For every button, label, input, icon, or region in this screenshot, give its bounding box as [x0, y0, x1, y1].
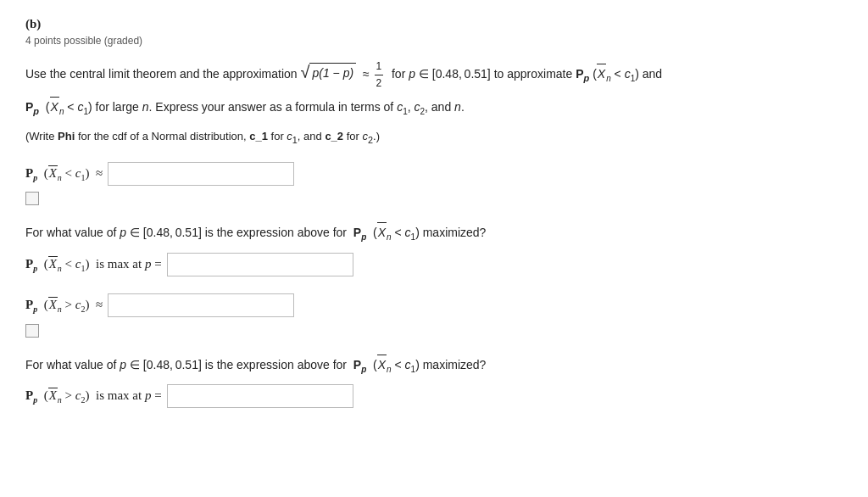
hint-text: (Write Phi for the cdf of a Normal distr… — [25, 128, 843, 147]
for-p-range: for p ∈ [0.48, 0.51] to approximate — [392, 67, 576, 81]
expression2-checkbox-row — [25, 322, 843, 338]
expression2-checkbox[interactable] — [25, 324, 39, 338]
expression2-row: Pp (Xn > c2) ≈ — [25, 293, 843, 317]
P-bracket-2: (Xn < c1) — [42, 100, 92, 114]
P-expr-2: P — [25, 100, 33, 114]
max1-label: Pp (Xn < c1) is max at p = — [25, 256, 162, 273]
section-label: (b) — [25, 17, 843, 31]
problem-text-line2: Pp (Xn < c1) for large n. Express your a… — [25, 97, 843, 119]
expression1-label: Pp (Xn < c1) ≈ — [25, 165, 103, 182]
max1-row: Pp (Xn < c1) is max at p = — [25, 253, 843, 276]
max1-input[interactable] — [167, 253, 353, 276]
for-what-value-2-block: For what value of p ∈ [0.48, 0.51] is th… — [25, 355, 843, 409]
approx-half: ≈ 12 — [359, 67, 388, 81]
expression1-checkbox-row — [25, 191, 843, 206]
expression2-input[interactable] — [108, 293, 294, 317]
for-large-n: for large n. Express your answer as a fo… — [96, 100, 465, 114]
for-what-1-text: For what value of p ∈ [0.48, 0.51] is th… — [25, 222, 843, 244]
points-label: 4 points possible (graded) — [25, 35, 843, 47]
P-bracket-1: (Xn < c1) — [593, 67, 639, 81]
expression1-checkbox[interactable] — [25, 192, 39, 205]
expression1-input[interactable] — [108, 162, 294, 186]
max2-label: Pp (Xn > c2) is max at p = — [25, 388, 162, 405]
sqrt-approximation: √p(1 − p) — [301, 63, 357, 82]
max2-input[interactable] — [167, 384, 353, 408]
P-expr-1: P — [576, 67, 583, 81]
expression2-block: Pp (Xn > c2) ≈ — [25, 293, 843, 338]
problem-text: Use the central limit theorem and the ap… — [25, 59, 843, 92]
max2-row: Pp (Xn > c2) is max at p = — [25, 384, 843, 408]
expression2-label: Pp (Xn > c2) ≈ — [25, 297, 103, 314]
expression1-row: Pp (Xn < c1) ≈ — [25, 162, 843, 186]
line1-pre: Use the central limit theorem and the ap… — [25, 67, 301, 81]
for-what-value-1-block: For what value of p ∈ [0.48, 0.51] is th… — [25, 222, 843, 276]
and-text: and — [643, 67, 662, 81]
for-what-2-text: For what value of p ∈ [0.48, 0.51] is th… — [25, 355, 843, 377]
expression1-block: Pp (Xn < c1) ≈ — [25, 162, 843, 206]
